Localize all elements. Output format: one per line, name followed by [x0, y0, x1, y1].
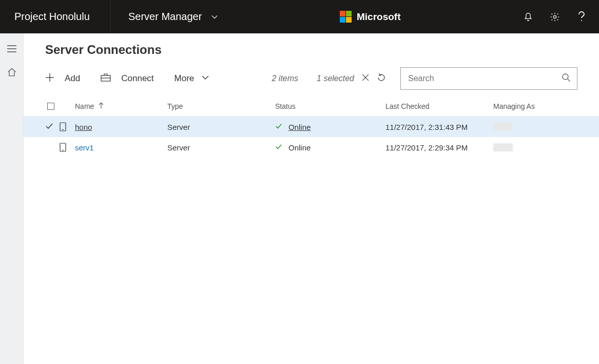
- microsoft-text: Microsoft: [357, 11, 401, 23]
- check-icon: [275, 143, 282, 152]
- column-header-name[interactable]: Name: [75, 102, 167, 110]
- topbar-center: Microsoft: [218, 11, 522, 23]
- page-title: Server Connections: [45, 43, 599, 57]
- server-icon: [60, 143, 66, 152]
- topbar: Project Honolulu Server Manager Microsof…: [0, 0, 599, 33]
- cell-status: Online: [275, 143, 385, 152]
- select-all-checkbox[interactable]: [47, 103, 54, 110]
- toolbar: Add Connect More 2 items 1 selected: [45, 68, 577, 89]
- check-icon: [275, 123, 282, 131]
- column-header-last-checked[interactable]: Last Checked: [385, 102, 493, 110]
- search-icon: [562, 73, 571, 84]
- table-row[interactable]: hono Server Online 11/27/2017, 2:31:43 P…: [24, 117, 599, 137]
- home-button[interactable]: [6, 66, 18, 79]
- svg-point-1: [581, 20, 582, 21]
- connect-button[interactable]: Connect: [101, 73, 153, 84]
- server-link[interactable]: hono: [75, 123, 92, 131]
- row-selected-icon: [45, 122, 53, 132]
- svg-line-12: [568, 79, 570, 82]
- connections-table: Name Type Status Last Checked Managing A…: [24, 96, 599, 158]
- status-text[interactable]: Online: [288, 123, 311, 131]
- server-icon: [60, 122, 66, 131]
- close-icon: [361, 73, 370, 82]
- notifications-button[interactable]: [522, 11, 534, 23]
- column-label: Type: [167, 102, 183, 110]
- sort-asc-icon: [98, 102, 104, 110]
- add-button[interactable]: Add: [45, 73, 80, 85]
- column-label: Last Checked: [385, 102, 430, 110]
- microsoft-logo-icon: [340, 11, 352, 23]
- add-label: Add: [65, 73, 80, 84]
- cell-last-checked: 11/27/2017, 2:31:43 PM: [385, 123, 493, 131]
- chevron-down-icon: [201, 73, 215, 84]
- column-header-type[interactable]: Type: [167, 102, 275, 110]
- home-icon: [7, 67, 17, 78]
- section-label: Server Manager: [128, 11, 202, 23]
- plus-icon: [45, 73, 60, 85]
- help-button[interactable]: [575, 11, 588, 23]
- toolbar-info: 2 items 1 selected: [272, 73, 386, 84]
- more-label: More: [175, 73, 195, 84]
- bell-icon: [523, 12, 533, 22]
- more-dropdown[interactable]: More: [175, 73, 215, 84]
- sidebar: [0, 33, 24, 364]
- cell-managing-as: [493, 123, 577, 131]
- status-text: Online: [288, 143, 311, 152]
- section-dropdown[interactable]: Server Manager: [111, 11, 218, 23]
- column-label: Status: [275, 102, 296, 110]
- briefcase-icon: [101, 73, 116, 84]
- table-row[interactable]: serv1 Server Online 11/27/2017, 2:29:34 …: [24, 137, 599, 158]
- search-input-container[interactable]: [400, 67, 577, 90]
- search-input[interactable]: [407, 73, 562, 84]
- main-content: Server Connections Add Connect More: [24, 33, 599, 364]
- column-label: Name: [75, 102, 94, 110]
- column-header-managing-as[interactable]: Managing As: [493, 102, 577, 110]
- svg-point-0: [553, 15, 556, 18]
- chevron-down-icon: [211, 13, 218, 21]
- column-label: Managing As: [493, 102, 535, 110]
- refresh-icon: [377, 73, 386, 82]
- question-icon: [576, 11, 587, 23]
- hamburger-icon: [7, 45, 17, 53]
- cell-managing-as: [493, 143, 577, 151]
- refresh-button[interactable]: [377, 73, 386, 84]
- brand-title[interactable]: Project Honolulu: [0, 0, 111, 33]
- server-link[interactable]: serv1: [75, 143, 94, 152]
- column-header-status[interactable]: Status: [275, 102, 385, 110]
- items-count: 2 items: [272, 74, 298, 83]
- table-header: Name Type Status Last Checked Managing A…: [24, 96, 599, 117]
- cell-last-checked: 11/27/2017, 2:29:34 PM: [385, 143, 493, 152]
- connect-label: Connect: [121, 73, 153, 84]
- menu-button[interactable]: [6, 43, 18, 55]
- cell-status: Online: [275, 123, 385, 131]
- svg-point-11: [563, 74, 568, 80]
- selected-count: 1 selected: [317, 74, 354, 83]
- clear-selection-button[interactable]: [361, 73, 370, 84]
- settings-button[interactable]: [549, 11, 561, 23]
- cell-type: Server: [167, 143, 275, 152]
- gear-icon: [550, 12, 560, 22]
- cell-type: Server: [167, 123, 275, 131]
